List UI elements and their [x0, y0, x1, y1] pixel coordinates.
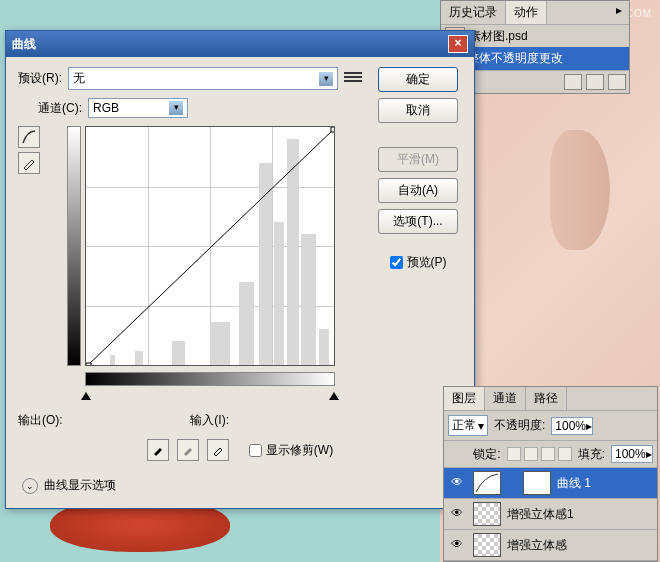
layer-name: 曲线 1 [557, 475, 591, 492]
show-clip-label: 显示修剪(W) [266, 442, 333, 459]
expand-icon[interactable]: ⌄ [22, 478, 38, 494]
curve-tool-point[interactable] [18, 126, 40, 148]
curve-tool-pencil[interactable] [18, 152, 40, 174]
lock-move-icon[interactable] [541, 447, 555, 461]
dialog-title: 曲线 [12, 36, 36, 53]
mask-thumb [523, 471, 551, 495]
chevron-down-icon: ▾ [319, 72, 333, 86]
show-clip-checkbox[interactable] [249, 444, 262, 457]
options-button[interactable]: 选项(T)... [378, 209, 458, 234]
panel-menu-icon[interactable]: ▸ [611, 3, 627, 17]
preset-value: 无 [73, 70, 85, 87]
lock-all-icon[interactable] [558, 447, 572, 461]
svg-rect-2 [331, 127, 334, 132]
eyedropper-gray[interactable] [177, 439, 199, 461]
fill-input[interactable]: 100%▸ [611, 445, 653, 463]
chevron-down-icon: ▾ [169, 101, 183, 115]
svg-rect-1 [86, 363, 91, 365]
tab-layers[interactable]: 图层 [444, 387, 485, 410]
layer-thumb [473, 471, 501, 495]
input-slider[interactable] [85, 392, 335, 404]
channel-combo[interactable]: RGB ▾ [88, 98, 188, 118]
curve-graph[interactable] [85, 126, 335, 366]
eyedropper-black[interactable] [147, 439, 169, 461]
tab-actions[interactable]: 动作 [506, 1, 547, 24]
lock-transparent-icon[interactable] [507, 447, 521, 461]
visibility-icon[interactable]: 👁 [447, 475, 467, 491]
visibility-icon[interactable]: 👁 [447, 537, 467, 553]
lock-paint-icon[interactable] [524, 447, 538, 461]
lock-label: 锁定: [473, 446, 500, 463]
tab-history[interactable]: 历史记录 [441, 1, 506, 24]
visibility-icon[interactable]: 👁 [447, 506, 467, 522]
fill-label: 填充: [578, 446, 605, 463]
preview-checkbox[interactable] [390, 256, 403, 269]
layer-name: 增强立体感 [507, 537, 567, 554]
titlebar[interactable]: 曲线 × [6, 31, 474, 57]
channel-label: 通道(C): [38, 100, 82, 117]
ok-button[interactable]: 确定 [378, 67, 458, 92]
blend-mode-combo[interactable]: 正常▾ [448, 415, 488, 436]
input-label: 输入(I): [190, 412, 229, 429]
tab-paths[interactable]: 路径 [526, 387, 567, 410]
opacity-input[interactable]: 100%▸ [551, 417, 593, 435]
history-step-label: 整体不透明度更改 [467, 50, 563, 67]
new-doc-icon[interactable] [586, 74, 604, 90]
layer-row[interactable]: 👁 增强立体感1 [444, 499, 657, 530]
new-snapshot-icon[interactable] [564, 74, 582, 90]
output-gradient [67, 126, 81, 366]
layer-thumb [473, 533, 501, 557]
svg-line-0 [86, 127, 334, 365]
layer-row[interactable]: 👁 增强立体感 [444, 530, 657, 561]
opacity-label: 不透明度: [494, 417, 545, 434]
auto-button[interactable]: 自动(A) [378, 178, 458, 203]
channel-value: RGB [93, 101, 119, 115]
output-label: 输出(O): [18, 412, 63, 429]
smooth-button: 平滑(M) [378, 147, 458, 172]
preset-label: 预设(R): [18, 70, 62, 87]
curves-dialog: 曲线 × 预设(R): 无 ▾ 通道(C): RGB ▾ [5, 30, 475, 509]
preset-menu-icon[interactable] [344, 72, 362, 86]
white-point-handle[interactable] [329, 392, 339, 400]
layer-row[interactable]: 👁 曲线 1 [444, 468, 657, 499]
cancel-button[interactable]: 取消 [378, 98, 458, 123]
tab-channels[interactable]: 通道 [485, 387, 526, 410]
eyedropper-white[interactable] [207, 439, 229, 461]
trash-icon[interactable] [608, 74, 626, 90]
preview-label: 预览(P) [407, 254, 447, 271]
layers-panel: 图层 通道 路径 正常▾ 不透明度: 100%▸ 锁定: 填充: 100%▸ 👁… [443, 386, 658, 562]
preset-combo[interactable]: 无 ▾ [68, 67, 338, 90]
input-gradient [85, 372, 335, 386]
curve-diagonal [86, 127, 334, 365]
history-filename: 素材图.psd [469, 28, 528, 45]
black-point-handle[interactable] [81, 392, 91, 400]
layer-thumb [473, 502, 501, 526]
close-icon[interactable]: × [448, 35, 468, 53]
display-options-label[interactable]: 曲线显示选项 [44, 477, 116, 494]
layer-name: 增强立体感1 [507, 506, 574, 523]
